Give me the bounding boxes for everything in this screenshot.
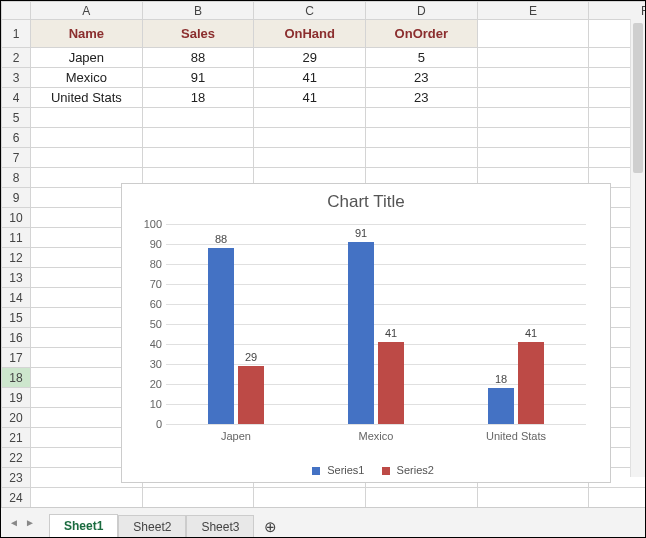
y-tick-label: 90 [136, 238, 162, 250]
legend-label-series1: Series1 [327, 464, 364, 476]
category-label: United Stats [466, 430, 566, 442]
data-label: 29 [245, 351, 257, 363]
category-label: Japen [186, 430, 286, 442]
cell-A1[interactable]: Name [31, 20, 143, 48]
y-tick-label: 20 [136, 378, 162, 390]
worksheet-area: A B C D E F 1 Name Sales OnHand OnOrder … [1, 1, 645, 507]
row-header-20[interactable]: 20 [2, 408, 31, 428]
legend-swatch-series1 [312, 467, 320, 475]
data-label: 88 [215, 233, 227, 245]
row-header-12[interactable]: 12 [2, 248, 31, 268]
cell-E3[interactable] [477, 68, 589, 88]
row-header-7[interactable]: 7 [2, 148, 31, 168]
row-header-5[interactable]: 5 [2, 108, 31, 128]
row-header-24[interactable]: 24 [2, 488, 31, 508]
chart-title: Chart Title [122, 184, 610, 216]
y-tick-label: 10 [136, 398, 162, 410]
y-tick-label: 30 [136, 358, 162, 370]
bar-series1 [348, 242, 374, 424]
data-label: 41 [525, 327, 537, 339]
row-header-23[interactable]: 23 [2, 468, 31, 488]
row-header-3[interactable]: 3 [2, 68, 31, 88]
legend-swatch-series2 [382, 467, 390, 475]
y-tick-label: 70 [136, 278, 162, 290]
cell-E2[interactable] [477, 48, 589, 68]
bar-series1 [208, 248, 234, 424]
row-header-2[interactable]: 2 [2, 48, 31, 68]
bar-series2 [378, 342, 404, 424]
cell-D3[interactable]: 23 [366, 68, 478, 88]
cell-C1[interactable]: OnHand [254, 20, 366, 48]
scroll-thumb[interactable] [633, 23, 643, 173]
bar-series2 [238, 366, 264, 424]
col-header-E[interactable]: E [477, 2, 589, 20]
cell-A3[interactable]: Mexico [31, 68, 143, 88]
row-header-14[interactable]: 14 [2, 288, 31, 308]
row-header-13[interactable]: 13 [2, 268, 31, 288]
select-all-corner[interactable] [2, 2, 31, 20]
cell-A2[interactable]: Japen [31, 48, 143, 68]
cell-B4[interactable]: 18 [142, 88, 254, 108]
y-tick-label: 60 [136, 298, 162, 310]
add-sheet-button[interactable]: ⊕ [254, 516, 287, 538]
cell-B1[interactable]: Sales [142, 20, 254, 48]
scrollbar-vertical[interactable] [630, 19, 645, 477]
data-label: 41 [385, 327, 397, 339]
chart-object[interactable]: Chart Title 0102030405060708090100 88299… [121, 183, 611, 483]
row-header-1[interactable]: 1 [2, 20, 31, 48]
row-header-22[interactable]: 22 [2, 448, 31, 468]
y-tick-label: 40 [136, 338, 162, 350]
tab-sheet3[interactable]: Sheet3 [186, 515, 254, 538]
tab-sheet1[interactable]: Sheet1 [49, 514, 118, 538]
data-label: 18 [495, 373, 507, 385]
cell-C2[interactable]: 29 [254, 48, 366, 68]
data-label: 91 [355, 227, 367, 239]
row-header-15[interactable]: 15 [2, 308, 31, 328]
legend-label-series2: Series2 [397, 464, 434, 476]
category-label: Mexico [326, 430, 426, 442]
y-tick-label: 100 [136, 218, 162, 230]
chart-legend: Series1 Series2 [122, 464, 610, 476]
col-header-A[interactable]: A [31, 2, 143, 20]
cell-C4[interactable]: 41 [254, 88, 366, 108]
cell-A4[interactable]: United Stats [31, 88, 143, 108]
row-header-21[interactable]: 21 [2, 428, 31, 448]
cell-D2[interactable]: 5 [366, 48, 478, 68]
sheet-tab-bar: ◄ ► Sheet1 Sheet2 Sheet3 ⊕ [1, 507, 645, 537]
col-header-D[interactable]: D [366, 2, 478, 20]
tab-nav-next-icon[interactable]: ► [23, 517, 37, 533]
chart-plot-area: 0102030405060708090100 882991411841 Jape… [166, 224, 586, 424]
plus-icon: ⊕ [264, 518, 277, 535]
row-header-4[interactable]: 4 [2, 88, 31, 108]
row-header-19[interactable]: 19 [2, 388, 31, 408]
cell-E1[interactable] [477, 20, 589, 48]
col-header-B[interactable]: B [142, 2, 254, 20]
cell-B2[interactable]: 88 [142, 48, 254, 68]
row-header-8[interactable]: 8 [2, 168, 31, 188]
tab-sheet2[interactable]: Sheet2 [118, 515, 186, 538]
col-header-F[interactable]: F [589, 2, 645, 20]
row-header-16[interactable]: 16 [2, 328, 31, 348]
row-header-9[interactable]: 9 [2, 188, 31, 208]
y-tick-label: 50 [136, 318, 162, 330]
row-header-11[interactable]: 11 [2, 228, 31, 248]
row-header-17[interactable]: 17 [2, 348, 31, 368]
cell-D4[interactable]: 23 [366, 88, 478, 108]
cell-C3[interactable]: 41 [254, 68, 366, 88]
y-tick-label: 0 [136, 418, 162, 430]
cell-B3[interactable]: 91 [142, 68, 254, 88]
row-header-18[interactable]: 18 [2, 368, 31, 388]
row-header-6[interactable]: 6 [2, 128, 31, 148]
y-tick-label: 80 [136, 258, 162, 270]
bar-series2 [518, 342, 544, 424]
cell-D1[interactable]: OnOrder [366, 20, 478, 48]
row-header-10[interactable]: 10 [2, 208, 31, 228]
bar-series1 [488, 388, 514, 424]
cell-E4[interactable] [477, 88, 589, 108]
tab-nav-prev-icon[interactable]: ◄ [7, 517, 21, 533]
col-header-C[interactable]: C [254, 2, 366, 20]
